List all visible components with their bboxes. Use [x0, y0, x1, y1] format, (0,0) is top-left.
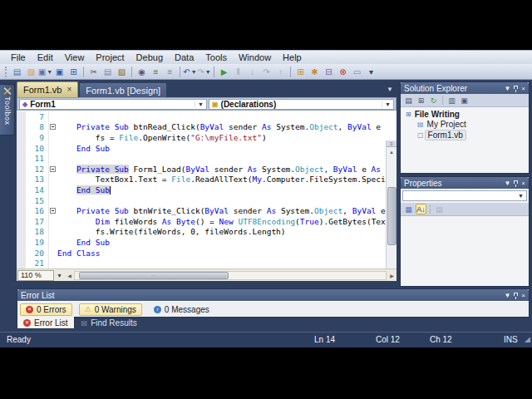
- code-line[interactable]: 20End Class: [17, 248, 386, 259]
- scroll-right-icon[interactable]: ▶: [387, 273, 397, 278]
- fold-collapse-icon[interactable]: [50, 208, 56, 214]
- tree-item-form1-vb[interactable]: ▢Form1.vb: [404, 130, 529, 140]
- show-all-files-icon[interactable]: ⊞: [416, 95, 426, 106]
- scroll-up-icon[interactable]: ▲: [387, 147, 397, 156]
- break-all-icon[interactable]: ‖: [232, 65, 245, 78]
- start-debug-icon[interactable]: ▶: [218, 65, 231, 78]
- window-tab-error-list[interactable]: ✕Error List: [17, 317, 75, 329]
- fold-collapse-icon[interactable]: [50, 166, 56, 172]
- chevron-down-icon[interactable]: ▼: [54, 273, 65, 278]
- properties-titlebar[interactable]: Properties ▼ ×: [401, 177, 529, 189]
- tree-item-file-writing[interactable]: ⊞File Writing: [404, 109, 529, 120]
- solution-explorer-icon[interactable]: ⊞: [294, 65, 308, 78]
- filter-0-messages[interactable]: i0 Messages: [149, 303, 214, 316]
- toolbar-options-icon[interactable]: ▾: [365, 65, 378, 78]
- scroll-left-icon[interactable]: ◀: [65, 273, 74, 278]
- split-handle[interactable]: ≡: [387, 140, 397, 147]
- code-editor[interactable]: 78 Private Sub btnRead_Click(ByVal sende…: [17, 111, 397, 268]
- tab-form1-vb-design[interactable]: Form1.vb [Design]: [79, 82, 167, 97]
- close-icon[interactable]: ×: [66, 86, 71, 94]
- alphabetical-icon[interactable]: A↓: [416, 204, 426, 214]
- menu-item-view[interactable]: View: [59, 52, 91, 63]
- members-dropdown[interactable]: ▣ (Declarations) ▼: [209, 99, 394, 110]
- code-line[interactable]: 13 TextBox1.Text = File.ReadAllText(My.C…: [17, 175, 386, 185]
- pin-icon[interactable]: [514, 293, 518, 296]
- code-line[interactable]: 11: [17, 153, 386, 164]
- cut-icon[interactable]: ✂: [87, 65, 101, 78]
- zoom-level-combo[interactable]: 110 %: [17, 270, 54, 281]
- close-icon[interactable]: ×: [521, 180, 525, 187]
- save-all-icon[interactable]: ⊞: [67, 65, 81, 78]
- comment-icon[interactable]: ≡: [150, 65, 163, 78]
- find-icon[interactable]: ◉: [135, 65, 149, 78]
- properties-icon[interactable]: ▤: [403, 95, 414, 106]
- horizontal-scrollbar[interactable]: ⋯: [74, 271, 387, 280]
- fold-collapse-icon[interactable]: [50, 124, 56, 130]
- tab-form1-vb[interactable]: Form1.vb ×: [17, 81, 78, 97]
- code-line[interactable]: 12 Private Sub Form1_Load(ByVal sender A…: [17, 164, 386, 175]
- code-lines[interactable]: 78 Private Sub btnRead_Click(ByVal sende…: [17, 111, 386, 268]
- pin-icon[interactable]: [514, 86, 518, 89]
- horizontal-scroll-thumb[interactable]: ⋯: [79, 272, 229, 279]
- types-dropdown[interactable]: ◆ Form1 ▼: [19, 99, 207, 110]
- code-line[interactable]: 8 Private Sub btnRead_Click(ByVal sender…: [17, 122, 386, 133]
- step-over-icon[interactable]: ↷: [260, 65, 273, 78]
- categorized-icon[interactable]: ▦: [403, 204, 414, 214]
- undo-icon[interactable]: ↶▼: [184, 65, 197, 78]
- toolbox-tab[interactable]: Toolbox: [0, 84, 15, 135]
- copy-icon[interactable]: ▤: [101, 65, 115, 78]
- menu-item-debug[interactable]: Debug: [131, 52, 169, 63]
- close-icon[interactable]: ×: [521, 292, 525, 299]
- document-list-dropdown-icon[interactable]: ▼: [387, 86, 393, 93]
- property-pages-icon[interactable]: ▤: [434, 204, 445, 214]
- menu-item-data[interactable]: Data: [169, 52, 200, 63]
- filter-0-warnings[interactable]: ⚠0 Warnings: [79, 303, 142, 316]
- code-line[interactable]: 19 End Sub: [17, 237, 386, 248]
- menu-item-tools[interactable]: Tools: [200, 52, 233, 63]
- code-line[interactable]: 10 End Sub: [17, 143, 386, 154]
- immediate-window-icon[interactable]: ▭: [351, 65, 364, 78]
- menu-item-edit[interactable]: Edit: [32, 52, 59, 63]
- tree-item-my-project[interactable]: ▤My Project: [404, 120, 529, 131]
- solution-explorer-titlebar[interactable]: Solution Explorer ▼ ×: [401, 82, 529, 94]
- menu-item-project[interactable]: Project: [90, 52, 130, 63]
- error-list-icon[interactable]: ⊗: [337, 65, 350, 78]
- view-code-icon[interactable]: ▥: [446, 95, 457, 106]
- view-designer-icon[interactable]: ▣: [459, 95, 470, 106]
- redo-icon[interactable]: ↷▼: [198, 65, 211, 78]
- window-tab-find-results[interactable]: ▤Find Results: [76, 317, 143, 329]
- code-line[interactable]: 14 End Sub: [17, 185, 386, 195]
- filter-0-errors[interactable]: ✕0 Errors: [20, 303, 72, 316]
- menu-item-help[interactable]: Help: [277, 52, 308, 63]
- new-project-icon[interactable]: ▤: [11, 65, 24, 78]
- menu-item-file[interactable]: File: [5, 52, 32, 63]
- object-selector-combo[interactable]: ▼: [402, 190, 527, 201]
- paste-icon[interactable]: ▧: [116, 65, 129, 78]
- step-out-icon[interactable]: ↑: [274, 65, 288, 78]
- close-icon[interactable]: ×: [521, 85, 525, 92]
- refresh-icon[interactable]: ↻: [428, 95, 439, 106]
- step-into-icon[interactable]: ↓: [246, 65, 259, 78]
- error-list-titlebar[interactable]: Error List ▼ ×: [17, 289, 529, 301]
- save-icon[interactable]: ▣: [53, 65, 66, 78]
- code-line[interactable]: 21: [17, 258, 386, 268]
- object-browser-icon[interactable]: ⊟: [323, 65, 336, 78]
- menu-item-window[interactable]: Window: [233, 52, 277, 63]
- code-line[interactable]: 15: [17, 195, 386, 206]
- code-line[interactable]: 7: [17, 111, 386, 122]
- vertical-scroll-thumb[interactable]: [387, 187, 397, 245]
- window-position-icon[interactable]: ▼: [504, 292, 510, 299]
- resize-grip-icon[interactable]: ◢: [525, 335, 530, 343]
- code-line[interactable]: 9 fs = File.OpenWrite("G:\myFile.txt"): [17, 132, 386, 143]
- pin-icon[interactable]: [514, 180, 518, 184]
- vertical-scrollbar[interactable]: ≡ ▲ ▼: [386, 140, 397, 268]
- open-file-icon[interactable]: ▨: [25, 65, 38, 78]
- window-position-icon[interactable]: ▼: [504, 180, 510, 187]
- code-line[interactable]: 16 Private Sub btnWrite_Click(ByVal send…: [17, 205, 386, 216]
- toolbar-grip[interactable]: [5, 66, 7, 77]
- properties-window-icon[interactable]: ✱: [308, 65, 322, 78]
- add-item-icon[interactable]: ▣▼: [39, 65, 52, 78]
- window-position-icon[interactable]: ▼: [504, 85, 510, 92]
- uncomment-icon[interactable]: ≡: [164, 65, 177, 78]
- code-line[interactable]: 18 fs.Write(fileWords, 0, fileWords.Leng…: [17, 227, 386, 238]
